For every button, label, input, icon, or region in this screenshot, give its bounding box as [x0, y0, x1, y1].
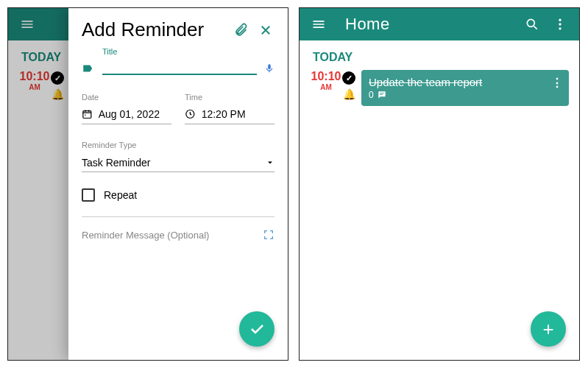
item-time: 10:10 — [310, 70, 342, 83]
reminder-card[interactable]: Update the team report 0 ⋮ — [361, 70, 569, 106]
chevron-down-icon — [266, 158, 274, 167]
overflow-icon[interactable] — [551, 15, 569, 33]
appbar: Home — [300, 8, 579, 40]
screen-add-reminder: TODAY 10:10 AM ✓ 🔔 Add Reminder Title — [7, 7, 288, 361]
screen-home: Home TODAY 10:10 AM ✓ 🔔 Update the team … — [299, 7, 580, 361]
bell-icon: 🔔 — [342, 88, 355, 101]
menu-icon[interactable] — [310, 15, 327, 33]
modal-title: Add Reminder — [82, 18, 232, 41]
svg-point-5 — [559, 23, 561, 25]
reminder-card-count: 0 — [369, 90, 374, 100]
comment-icon — [377, 90, 387, 100]
calendar-icon — [82, 107, 93, 121]
date-value[interactable] — [99, 108, 171, 120]
add-reminder-modal: Add Reminder Title Date — [68, 8, 288, 360]
svg-point-3 — [527, 19, 534, 26]
add-button[interactable]: + — [531, 311, 566, 347]
time-field-label: Time — [185, 93, 274, 102]
expand-icon[interactable] — [263, 229, 274, 241]
mic-icon[interactable] — [264, 62, 274, 75]
date-input[interactable] — [82, 105, 171, 124]
appbar-title: Home — [345, 15, 390, 34]
item-ampm: AM — [310, 83, 342, 91]
time-value[interactable] — [202, 108, 274, 120]
repeat-label: Repeat — [104, 189, 137, 201]
attachment-icon[interactable] — [232, 21, 249, 39]
card-overflow-icon[interactable]: ⋮ — [551, 76, 563, 90]
svg-point-1 — [85, 114, 86, 116]
svg-point-6 — [559, 27, 561, 29]
reminder-type-select[interactable]: Task Reminder — [82, 152, 274, 172]
confirm-button[interactable] — [239, 311, 274, 347]
title-input[interactable] — [102, 59, 257, 75]
repeat-checkbox[interactable] — [82, 188, 95, 202]
message-input[interactable]: Reminder Message (Optional) — [82, 230, 263, 241]
clock-icon — [185, 107, 196, 121]
svg-rect-0 — [83, 111, 91, 118]
svg-point-4 — [559, 19, 561, 21]
check-icon: ✓ — [342, 71, 355, 85]
reminder-type-value: Task Reminder — [82, 157, 266, 169]
tag-icon[interactable] — [82, 62, 95, 75]
date-field-label: Date — [82, 93, 171, 102]
section-today-label: TODAY — [300, 40, 579, 70]
time-input[interactable] — [185, 105, 274, 124]
search-icon[interactable] — [523, 15, 541, 33]
title-field-label: Title — [102, 47, 274, 56]
close-icon[interactable] — [257, 21, 274, 39]
reminder-type-label: Reminder Type — [82, 141, 274, 149]
reminder-card-title: Update the team report — [369, 76, 562, 88]
